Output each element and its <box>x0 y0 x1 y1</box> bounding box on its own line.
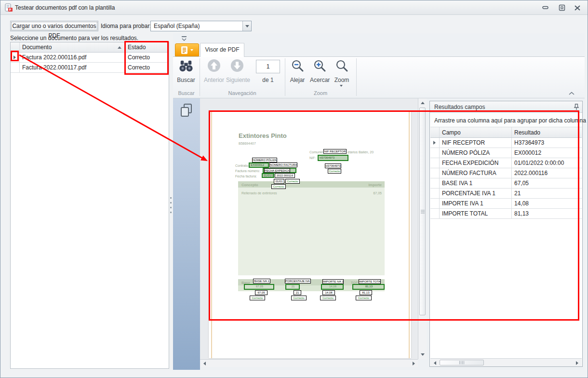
resultado-cell[interactable]: EX000012 <box>511 148 582 156</box>
campo-cell[interactable]: IMPORTE TOTAL <box>439 209 511 217</box>
language-dropdown-button[interactable] <box>242 21 251 31</box>
capture-importe-iva: 14,08 <box>321 284 344 290</box>
check-nif-value: H37364973 <box>325 163 341 168</box>
minimize-icon <box>542 6 549 10</box>
table-row[interactable]: Factura 2022.000116.pdf Correcto <box>11 53 169 63</box>
application-menu-button[interactable] <box>175 43 199 56</box>
anterior-button[interactable]: Anterior <box>203 58 225 87</box>
collapse-ribbon-icon[interactable] <box>568 91 575 95</box>
scroll-down-button[interactable] <box>419 351 427 358</box>
pdf-page[interactable]: Extintores Pinto B58694407 Comunid NIF R… <box>209 111 411 358</box>
scroll-right-button[interactable] <box>410 360 417 367</box>
pdf-horizontal-scrollbar[interactable] <box>200 359 418 367</box>
documento-cell[interactable]: Factura 2022.000116.pdf <box>19 53 125 61</box>
pages-icon <box>180 103 193 118</box>
resultado-cell[interactable]: 81,13 <box>511 209 582 217</box>
language-label: Idioma para probar: <box>101 23 151 29</box>
estado-cell[interactable]: Correcto <box>125 53 169 61</box>
resultado-cell[interactable]: 67,05 <box>511 178 582 187</box>
table-row[interactable]: NIF RECEPTOR H37364973 <box>430 138 582 148</box>
quick-access-toolbar-icon[interactable] <box>181 36 187 41</box>
table-row[interactable]: Factura 2022.000117.pdf Correcto <box>11 63 169 73</box>
campo-cell[interactable]: FECHA EXPEDICIÓN <box>439 158 511 166</box>
alejar-button[interactable]: Alejar <box>288 58 307 87</box>
thumb-grip-icon <box>421 210 425 213</box>
field-tag-fecha-expedicion: FECHA EXPEDICIÓN <box>264 168 290 173</box>
table-row[interactable]: IMPORTE IVA 1 14,08 <box>430 199 582 209</box>
field-tag-porcentaje-iva: PORCENTAJE IVA 1 <box>285 279 311 284</box>
pdf-vertical-scrollbar[interactable] <box>418 98 427 359</box>
estado-cell[interactable]: Correcto <box>125 63 169 71</box>
campo-cell[interactable]: PORCENTAJE IVA 1 <box>439 189 511 197</box>
column-header-campo[interactable]: Campo <box>439 127 511 136</box>
check-importe-total: 81,13 <box>360 290 372 295</box>
siguiente-label: Siguiente <box>226 77 248 83</box>
campo-cell[interactable]: NIF RECEPTOR <box>439 138 511 146</box>
results-panel-header[interactable]: Resultados campos <box>430 101 582 113</box>
chevron-down-icon <box>340 85 343 87</box>
check-status-correcto: Correcto <box>250 296 265 300</box>
results-horizontal-scrollbar[interactable] <box>430 358 582 366</box>
capture-nif-value: H37364973 <box>318 155 348 161</box>
group-by-panel[interactable]: Arrastre una columna aquí para agrupar p… <box>430 113 582 127</box>
maximize-button[interactable] <box>556 3 568 12</box>
scroll-up-button[interactable] <box>419 99 427 106</box>
minimize-button[interactable] <box>539 3 552 12</box>
resultado-cell[interactable]: 14,08 <box>511 199 582 207</box>
zoom-in-icon <box>313 59 326 72</box>
buscar-button[interactable]: Buscar <box>175 58 197 87</box>
campo-cell[interactable]: BASE IVA 1 <box>439 178 511 187</box>
zoom-dropdown-button[interactable]: Zoom <box>332 58 351 87</box>
vertical-scroll-thumb[interactable] <box>419 108 426 315</box>
acercar-label: Acercar <box>310 77 329 83</box>
thumbnails-pane[interactable] <box>173 98 200 370</box>
page-number-input[interactable] <box>256 60 280 73</box>
scroll-right-button[interactable] <box>574 360 580 366</box>
table-row[interactable]: PORCENTAJE IVA 1 21 <box>430 189 582 199</box>
arrow-up-circle-icon <box>207 59 221 72</box>
field-tag-importe-iva: IMPORTE IVA 1 <box>322 279 344 284</box>
campo-cell[interactable]: NÚMERO PÓLIZA <box>439 148 511 156</box>
language-combobox[interactable]: Español (España) <box>150 21 252 31</box>
siguiente-button[interactable]: Siguiente <box>226 58 248 87</box>
table-row[interactable]: BASE IVA 1 67,05 <box>430 178 582 189</box>
pin-icon[interactable] <box>574 104 579 110</box>
check-importe-iva: 14,08 <box>322 290 335 295</box>
field-tag-numero-poliza: NÚMERO PÓLIZA <box>252 158 277 162</box>
documents-grid-header: Documento Estado <box>11 42 169 53</box>
column-header-resultado[interactable]: Resultado <box>511 127 582 136</box>
group-caption-zoom: Zoom <box>285 90 356 96</box>
documento-cell[interactable]: Factura 2022.000117.pdf <box>19 63 125 71</box>
check-fecha-dia: 01/01 <box>274 179 284 184</box>
campo-cell[interactable]: IMPORTE IVA 1 <box>439 199 511 207</box>
table-row[interactable]: FECHA EXPEDICIÓN 01/01/2022 0:00:00 <box>430 158 582 168</box>
scroll-left-button[interactable] <box>432 360 438 366</box>
resultado-cell[interactable]: 21 <box>511 189 582 197</box>
invoice-table-header-band: Concepto Importe <box>238 181 385 188</box>
table-row[interactable]: NÚMERO PÓLIZA EX000012 <box>430 148 582 158</box>
campo-cell[interactable]: NÚMERO FACTURA <box>439 168 511 176</box>
field-tag-base-iva: BASE IVA 1 <box>253 279 270 284</box>
scroll-left-button[interactable] <box>201 360 208 367</box>
table-row[interactable]: NÚMERO FACTURA 2022.000116 <box>430 168 582 178</box>
triangle-up-icon <box>421 102 425 104</box>
acercar-button[interactable]: Acercar <box>310 58 329 87</box>
load-documents-button[interactable]: Cargar uno o varios documentos PDF <box>10 21 98 31</box>
tab-visor-de-pdf[interactable]: Visor de PDF <box>200 43 244 57</box>
horizontal-scroll-thumb[interactable] <box>440 360 484 365</box>
resultado-cell[interactable]: 01/01/2022 0:00:00 <box>511 158 582 166</box>
resultado-cell[interactable]: 2022.000116 <box>511 168 582 176</box>
splitter-handle[interactable] <box>170 33 173 370</box>
binoculars-icon <box>179 59 193 73</box>
resultado-cell[interactable]: H37364973 <box>511 138 582 146</box>
table-row[interactable]: IMPORTE TOTAL 81,13 <box>430 209 582 219</box>
column-header-documento[interactable]: Documento <box>19 42 125 51</box>
sort-ascending-icon <box>118 46 121 49</box>
column-header-estado[interactable]: Estado <box>125 42 169 51</box>
chevron-down-icon <box>190 49 193 51</box>
close-button[interactable] <box>571 3 584 12</box>
close-icon <box>574 5 581 11</box>
thumb-grip-icon <box>459 361 464 364</box>
invoice-company-nif: B58694407 <box>239 142 256 146</box>
invoice-company-name: Extintores Pinto <box>239 133 287 139</box>
